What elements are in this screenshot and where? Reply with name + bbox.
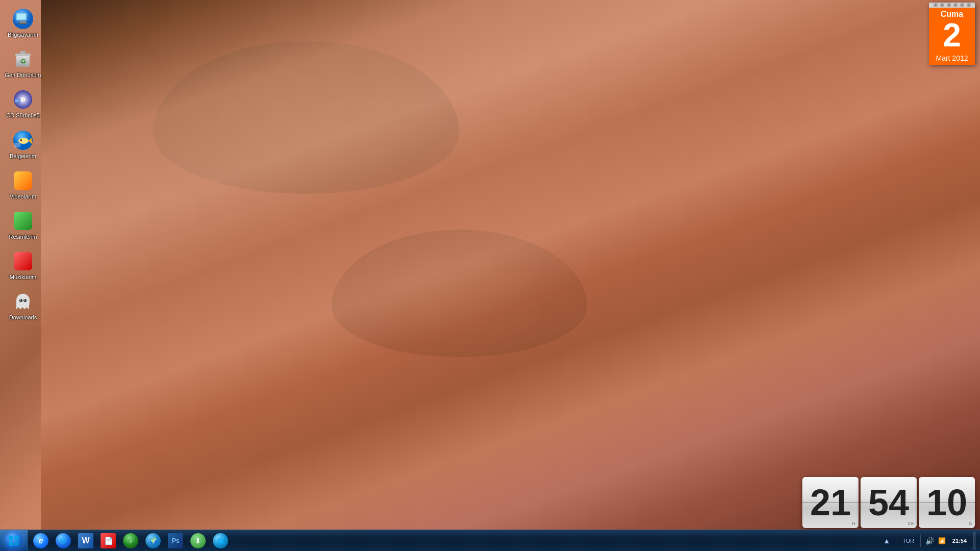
desktop-icon-recycle[interactable]: ♻ Geri Dönüşüm — [3, 45, 43, 82]
tray-language[interactable]: TUR — [900, 538, 916, 544]
desktop-background — [0, 0, 980, 551]
svg-point-18 — [20, 139, 21, 140]
desktop-icon-bilgisayarim[interactable]: Bilgisayarım — [3, 5, 43, 41]
recycle-icon: ♻ — [12, 48, 34, 70]
svg-rect-20 — [14, 171, 32, 190]
svg-rect-29 — [9, 541, 13, 546]
desktop-icon-downloads[interactable]: Downloads — [3, 288, 43, 324]
clock-seconds: 10 S — [919, 477, 975, 528]
desktop-icon-label: Downloads — [9, 314, 37, 321]
taskbar-app-ie[interactable]: e — [30, 531, 52, 550]
svg-rect-22 — [14, 252, 32, 270]
calendar-widget[interactable]: Cuma 2 Mart 2012 — [929, 3, 975, 65]
svg-rect-2 — [17, 14, 26, 19]
svg-point-26 — [24, 299, 25, 300]
desktop-icon-label: Geri Dönüşüm — [5, 72, 41, 79]
taskbar-app-earth[interactable]: 🌐 — [210, 531, 231, 550]
desktop-icon-label: Videolarım — [10, 193, 36, 200]
svg-text:♻: ♻ — [20, 57, 27, 65]
svg-rect-19 — [14, 143, 20, 147]
video-icon — [12, 170, 34, 191]
desktop-icon-muziklerim[interactable]: Müziklerim — [3, 247, 43, 284]
taskbar-app-globe[interactable]: 🌍 — [142, 531, 164, 550]
tray-network-icon[interactable]: 📶 — [937, 536, 947, 546]
desktop-icon-label: CD Sürücüsü — [6, 112, 39, 119]
svg-point-17 — [20, 139, 22, 141]
svg-rect-4 — [18, 23, 28, 24]
downloads-icon — [12, 291, 34, 312]
taskbar-apps: e 🌐 W 📄 ♪ — [28, 530, 877, 551]
desktop-icon-cd[interactable]: CD Sürücüsü — [3, 86, 43, 122]
computer-icon — [12, 8, 34, 30]
svg-rect-3 — [20, 21, 26, 23]
show-desktop-button[interactable] — [973, 532, 976, 550]
desktop-icon-videolarim[interactable]: Videolarım — [3, 167, 43, 203]
desktop-icon-label: Belgelerim — [10, 153, 36, 160]
svg-rect-27 — [9, 536, 13, 540]
taskbar-app-download[interactable]: ⬇ — [187, 531, 209, 550]
desktop-icon-label: Müziklerim — [10, 274, 37, 281]
tray-volume-icon[interactable]: 🔊 — [925, 536, 935, 546]
clock-minutes: 54 Ce — [861, 477, 917, 528]
svg-rect-21 — [14, 212, 32, 230]
start-orb — [5, 532, 23, 550]
svg-rect-7 — [20, 51, 26, 54]
clock-widget: 21 H 54 Ce 10 S — [802, 477, 975, 528]
svg-point-24 — [23, 299, 27, 302]
pictures-icon — [12, 210, 34, 232]
desktop-icons: Bilgisayarım ♻ Geri Dönüşüm — [0, 0, 46, 329]
taskbar-app-photoshop[interactable]: Ps — [165, 531, 186, 550]
taskbar-app-media[interactable]: ♪ — [120, 531, 141, 550]
taskbar: e 🌐 W 📄 ♪ — [0, 530, 980, 551]
svg-point-11 — [22, 98, 24, 101]
taskbar-app-red[interactable]: 📄 — [97, 531, 119, 550]
calendar-month-year: Mart 2012 — [929, 54, 975, 65]
tray-time: 21:54 — [952, 538, 967, 544]
desktop-icon-belgelerim[interactable]: Belgelerim — [3, 127, 43, 163]
cd-icon — [12, 89, 34, 110]
start-button[interactable] — [0, 530, 28, 552]
taskbar-app-word[interactable]: W — [75, 531, 96, 550]
desktop-icon-label: Bilgisayarım — [8, 32, 38, 38]
desktop-icon-label: Resimlerim — [9, 234, 37, 240]
clock-hours: 21 H — [802, 477, 859, 528]
svg-point-25 — [20, 299, 21, 300]
desktop-icon-resimlerim[interactable]: Resimlerim — [3, 207, 43, 243]
svg-point-23 — [19, 299, 22, 302]
taskbar-tray: ▲ TUR 🔊 📶 21:54 — [877, 532, 980, 550]
tray-show-hidden[interactable]: ▲ — [881, 536, 892, 546]
windows-logo-icon — [8, 535, 19, 546]
svg-rect-30 — [14, 541, 19, 546]
svg-rect-28 — [14, 536, 19, 540]
music-icon — [12, 251, 34, 272]
documents-icon — [12, 130, 34, 151]
tray-clock[interactable]: 21:54 — [949, 538, 970, 544]
taskbar-app-2[interactable]: 🌐 — [53, 531, 74, 550]
svg-rect-13 — [15, 99, 19, 102]
calendar-day-number: 2 — [929, 19, 975, 54]
